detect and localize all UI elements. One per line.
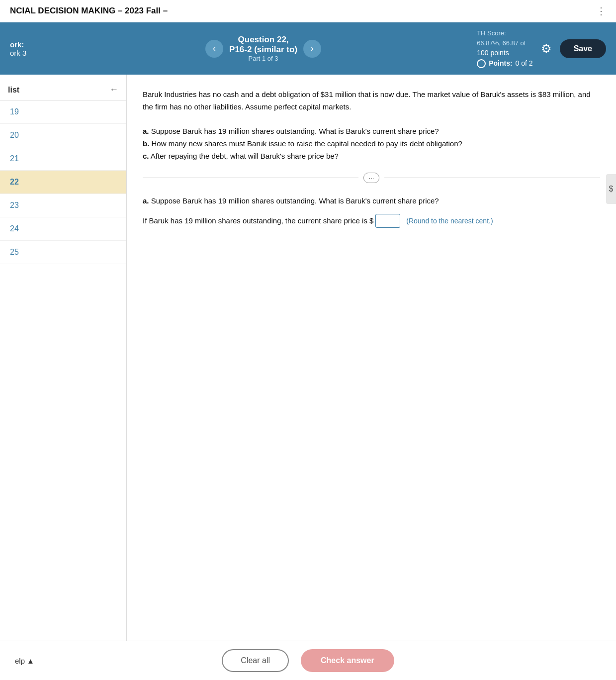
part-a-section-label: a. (143, 196, 149, 205)
nav-right: TH Score: 66.87%, 66.87 of 100 points Po… (477, 28, 606, 69)
sidebar-item-25[interactable]: 25 (0, 241, 126, 264)
divider-row: ··· (143, 173, 600, 183)
nav-work-sublabel: ork 3 (10, 49, 50, 57)
settings-icon[interactable]: ⚙ (541, 42, 552, 56)
part-a-text: Suppose Baruk has 19 million shares outs… (151, 127, 439, 135)
divider-left-line (143, 178, 358, 178)
divider-dots[interactable]: ··· (363, 173, 380, 183)
answer-row: If Baruk has 19 million shares outstandi… (143, 214, 600, 228)
sidebar: list ← 19 20 21 22 23 24 25 (0, 75, 127, 647)
nav-left-info: ork: ork 3 (10, 40, 50, 57)
sidebar-header: list ← (0, 80, 126, 100)
answer-intro-text: If Baruk has 19 million shares outstandi… (143, 216, 367, 225)
sidebar-item-23[interactable]: 23 (0, 194, 126, 217)
help-label: elp (15, 657, 25, 665)
main-wrapper: list ← 19 20 21 22 23 24 25 Baruk Indust… (0, 75, 616, 647)
save-button[interactable]: Save (560, 39, 606, 58)
hint-icon: $ (609, 185, 614, 194)
question-part: Part 1 of 3 (229, 55, 297, 62)
course-title: NCIAL DECISION MAKING – 2023 Fall – (10, 6, 168, 16)
score-points: 100 points (477, 48, 532, 58)
part-a-section-text: Suppose Baruk has 19 million shares outs… (151, 196, 439, 205)
help-link[interactable]: elp ▲ (15, 657, 34, 665)
page-top-bar: NCIAL DECISION MAKING – 2023 Fall – ⋮ (0, 0, 616, 22)
part-a-label: a. (143, 127, 149, 135)
points-circle-icon (477, 59, 486, 68)
dollar-sign: $ (369, 216, 373, 225)
part-c-label: c. (143, 152, 149, 160)
content-area: Baruk Industries has no cash and a debt … (127, 75, 616, 647)
bottom-bar: elp ▲ Clear all Check answer (0, 641, 616, 680)
nav-work-label: ork: (10, 40, 50, 49)
part-b-label: b. (143, 139, 149, 148)
score-info: TH Score: 66.87%, 66.87 of 100 points Po… (477, 28, 532, 69)
sidebar-item-21[interactable]: 21 (0, 147, 126, 171)
question-info: Question 22, P16-2 (similar to) Part 1 o… (229, 35, 297, 62)
points-value: 0 of 2 (516, 58, 533, 69)
check-answer-button[interactable]: Check answer (301, 649, 394, 672)
menu-dots-icon[interactable]: ⋮ (596, 5, 606, 17)
clear-all-button[interactable]: Clear all (222, 649, 289, 672)
sidebar-item-19[interactable]: 19 (0, 100, 126, 124)
sidebar-title: list (8, 86, 19, 95)
points-label: Points: (489, 58, 512, 69)
points-line: Points: 0 of 2 (477, 58, 532, 69)
sidebar-item-24[interactable]: 24 (0, 217, 126, 241)
question-body: Baruk Industries has no cash and a debt … (143, 89, 600, 163)
sidebar-item-20[interactable]: 20 (0, 124, 126, 147)
collapse-sidebar-icon[interactable]: ← (109, 85, 118, 95)
part-a-section: a. Suppose Baruk has 19 million shares o… (143, 195, 600, 228)
round-note: (Round to the nearest cent.) (406, 217, 493, 225)
part-a-section-heading: a. Suppose Baruk has 19 million shares o… (143, 195, 600, 207)
help-arrow-icon: ▲ (27, 657, 34, 665)
nav-bar: ork: ork 3 ‹ Question 22, P16-2 (similar… (0, 22, 616, 75)
nav-center: ‹ Question 22, P16-2 (similar to) Part 1… (60, 35, 467, 62)
score-percent: TH Score: 66.87%, 66.87 of (477, 28, 532, 48)
answer-input[interactable] (375, 214, 400, 228)
right-hint-panel: $ (606, 174, 616, 204)
question-title: Question 22, P16-2 (similar to) (229, 35, 297, 55)
next-question-button[interactable]: › (303, 40, 321, 58)
prev-question-button[interactable]: ‹ (205, 40, 223, 58)
part-c-text: After repaying the debt, what will Baruk… (151, 152, 339, 160)
part-b-text: How many new shares must Baruk issue to … (152, 139, 462, 148)
divider-right-line (384, 178, 600, 178)
sidebar-item-22[interactable]: 22 (0, 171, 126, 194)
